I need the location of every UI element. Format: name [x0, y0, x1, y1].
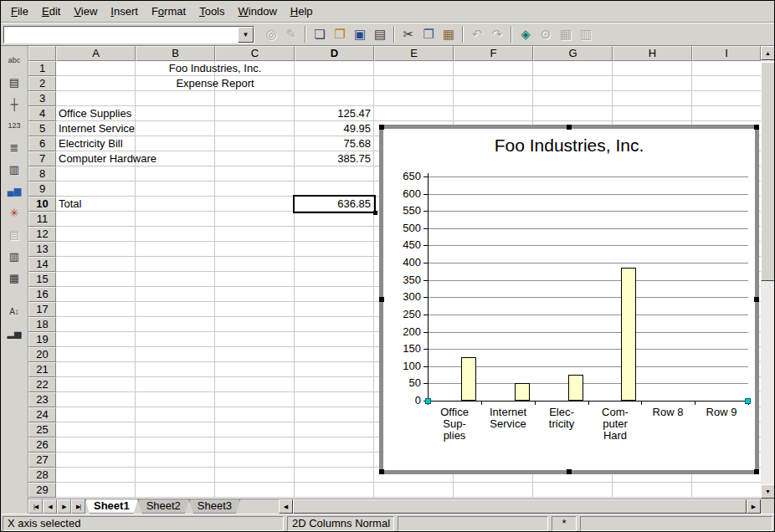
x-axis-label[interactable]: OfficeSup-plies: [428, 407, 481, 442]
row-header-20[interactable]: 20: [28, 347, 56, 362]
print-icon[interactable]: ▤: [371, 25, 389, 43]
row-header-14[interactable]: 14: [28, 257, 56, 272]
menu-view[interactable]: View: [67, 3, 104, 19]
chart-resize-handle-bottom-middle[interactable]: [567, 469, 572, 474]
menu-help[interactable]: Help: [284, 3, 320, 19]
row-header-8[interactable]: 8: [28, 166, 56, 182]
y-axis-label[interactable]: 600: [383, 187, 421, 200]
x-axis-label[interactable]: Row 9: [695, 407, 748, 418]
scroll-up-button[interactable]: ▲: [761, 46, 775, 60]
y-axis-label[interactable]: 500: [383, 222, 421, 234]
vertical-grid-icon[interactable]: ▥: [3, 159, 25, 179]
row-header-16[interactable]: 16: [28, 287, 56, 302]
chart-resize-handle-middle-right[interactable]: [754, 297, 759, 302]
cell-b1[interactable]: Foo Industries, Inc.: [136, 61, 295, 76]
chart-resize-handle-top-left[interactable]: [379, 125, 384, 130]
row-header-2[interactable]: 2: [28, 76, 56, 91]
x-axis-label[interactable]: InternetService: [481, 407, 535, 430]
chart-resize-handle-top-middle[interactable]: [567, 125, 572, 130]
y-axis-label[interactable]: 200: [383, 325, 421, 338]
embedded-chart[interactable]: 050100150200250300350400450500550600650O…: [379, 125, 759, 474]
tab-sheet1[interactable]: Sheet1: [85, 499, 138, 514]
row-header-9[interactable]: 9: [28, 182, 56, 197]
cell-a10[interactable]: Total: [56, 197, 136, 212]
row-header-13[interactable]: 13: [28, 242, 56, 257]
paste-icon[interactable]: ▦: [439, 25, 458, 43]
row-header-15[interactable]: 15: [28, 272, 56, 287]
cell-d7[interactable]: 385.75: [295, 151, 374, 166]
cut-icon[interactable]: ✂: [399, 25, 418, 43]
cell-d4[interactable]: 125.47: [295, 106, 374, 121]
row-header-12[interactable]: 12: [28, 227, 56, 242]
y-axis-label[interactable]: 300: [383, 290, 421, 303]
row-header-28[interactable]: 28: [28, 468, 56, 483]
new-document-icon[interactable]: ❏: [311, 25, 329, 43]
next-sheet-button[interactable]: ▶: [57, 499, 71, 514]
chart-type-icon[interactable]: ▄▆: [3, 181, 25, 201]
row-header-29[interactable]: 29: [28, 483, 56, 498]
chart-resize-handle-top-right[interactable]: [754, 125, 759, 130]
menu-tools[interactable]: Tools: [192, 3, 231, 19]
save-document-icon[interactable]: ▣: [351, 25, 369, 43]
row-header-11[interactable]: 11: [28, 212, 56, 227]
chart-bar[interactable]: [461, 357, 476, 401]
y-axis-label[interactable]: 100: [383, 360, 421, 372]
chart-bar[interactable]: [515, 383, 530, 401]
data-in-columns-icon[interactable]: ▥: [3, 246, 25, 266]
chart-title[interactable]: Foo Industries, Inc.: [383, 136, 755, 156]
column-header-f[interactable]: F: [454, 46, 533, 61]
y-axis-label[interactable]: 50: [383, 376, 421, 389]
y-axis-label[interactable]: 550: [383, 204, 421, 217]
vertical-scroll-thumb[interactable]: [761, 62, 775, 281]
x-axis-label[interactable]: Row 8: [641, 407, 695, 418]
open-document-icon[interactable]: ❐: [331, 25, 349, 43]
column-header-i[interactable]: I: [692, 46, 761, 61]
row-header-6[interactable]: 6: [28, 136, 56, 151]
y-axis-label[interactable]: 0: [383, 394, 421, 407]
row-header-1[interactable]: 1: [28, 61, 56, 76]
row-header-17[interactable]: 17: [28, 302, 56, 317]
menu-format[interactable]: Format: [145, 3, 192, 19]
horizontal-scroll-thumb[interactable]: [293, 499, 747, 514]
first-sheet-button[interactable]: |◀: [28, 499, 43, 514]
column-header-e[interactable]: E: [374, 46, 454, 61]
row-header-19[interactable]: 19: [28, 332, 56, 347]
url-input[interactable]: [4, 27, 238, 43]
row-header-18[interactable]: 18: [28, 317, 56, 332]
x-axis-selection-handle-left[interactable]: [425, 398, 431, 404]
row-header-5[interactable]: 5: [28, 121, 56, 136]
chart-resize-handle-bottom-right[interactable]: [754, 469, 759, 474]
row-header-27[interactable]: 27: [28, 453, 56, 468]
url-combobox[interactable]: ▼: [3, 26, 254, 43]
copy-icon[interactable]: ❐: [419, 25, 438, 43]
y-axis-label[interactable]: 450: [383, 238, 421, 251]
scroll-down-button[interactable]: ▼: [761, 484, 775, 499]
cell-d5[interactable]: 49.95: [295, 121, 374, 136]
column-header-b[interactable]: B: [136, 46, 215, 61]
row-header-7[interactable]: 7: [28, 151, 56, 166]
column-header-c[interactable]: C: [215, 46, 295, 61]
row-header-4[interactable]: 4: [28, 106, 56, 121]
column-header-g[interactable]: G: [533, 46, 613, 61]
column-header-d[interactable]: D: [295, 46, 374, 61]
row-header-10[interactable]: 10: [28, 197, 56, 212]
cell-a4[interactable]: Office Supplies: [56, 106, 136, 121]
chart-bar[interactable]: [568, 375, 583, 401]
row-header-24[interactable]: 24: [28, 407, 56, 422]
table-grid-icon[interactable]: ▦: [3, 268, 25, 288]
column-header-a[interactable]: A: [56, 46, 136, 61]
chart-resize-handle-bottom-left[interactable]: [379, 469, 384, 474]
y-axis-label[interactable]: 400: [383, 256, 421, 269]
cell-a6[interactable]: Electricity Bill: [56, 136, 136, 151]
chart-bar[interactable]: [621, 268, 636, 401]
y-axis-label[interactable]: 250: [383, 308, 421, 320]
row-header-23[interactable]: 23: [28, 392, 56, 407]
scroll-left-button[interactable]: ◀: [279, 499, 293, 514]
navigator-icon[interactable]: ◈: [516, 25, 535, 43]
cell-a7[interactable]: Computer Hardware: [56, 151, 136, 166]
y-axis-label[interactable]: 350: [383, 274, 421, 286]
horizontal-grid-icon[interactable]: ≣: [3, 137, 25, 157]
menu-edit[interactable]: Edit: [35, 3, 67, 19]
menu-window[interactable]: Window: [232, 3, 284, 19]
tab-sheet3[interactable]: Sheet3: [189, 499, 240, 514]
